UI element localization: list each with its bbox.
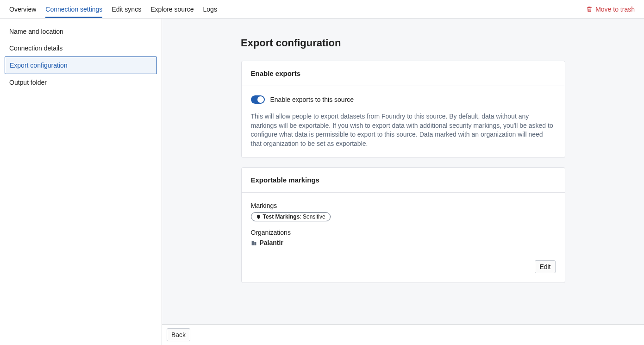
enable-exports-header: Enable exports <box>242 61 565 86</box>
marking-chip: Test Markings: Sensitive <box>251 212 331 221</box>
tab-overview[interactable]: Overview <box>9 0 36 18</box>
exportable-markings-card: Exportable markings Markings Test Markin… <box>241 167 565 283</box>
org-icon <box>251 240 257 246</box>
edit-markings-button[interactable]: Edit <box>535 260 555 273</box>
enable-exports-card: Enable exports Enable exports to this so… <box>241 61 565 158</box>
tab-explore-source[interactable]: Explore source <box>150 0 194 18</box>
main-panel: Export configuration Enable exports Enab… <box>162 19 644 345</box>
organizations-label: Organizations <box>251 229 556 236</box>
shield-icon <box>256 214 261 220</box>
tab-logs[interactable]: Logs <box>203 0 217 18</box>
top-nav: Overview Connection settings Edit syncs … <box>0 0 644 19</box>
sidebar-item-output-folder[interactable]: Output folder <box>5 74 157 91</box>
page-title: Export configuration <box>241 37 644 49</box>
enable-exports-toggle[interactable] <box>251 95 265 104</box>
tab-edit-syncs[interactable]: Edit syncs <box>112 0 141 18</box>
move-to-trash-button[interactable]: Move to trash <box>586 6 635 13</box>
org-name: Palantir <box>260 239 283 246</box>
markings-label: Markings <box>251 202 556 209</box>
top-tabs: Overview Connection settings Edit syncs … <box>9 0 217 18</box>
enable-exports-help-text: This will allow people to export dataset… <box>251 112 556 148</box>
marking-chip-prefix: Test Markings <box>263 213 300 220</box>
trash-icon <box>586 6 593 13</box>
move-to-trash-label: Move to trash <box>595 6 635 13</box>
sidebar-item-name-location[interactable]: Name and location <box>5 23 157 40</box>
tab-connection-settings[interactable]: Connection settings <box>45 0 102 18</box>
back-button[interactable]: Back <box>167 328 190 341</box>
sidebar-item-export-configuration[interactable]: Export configuration <box>5 56 157 74</box>
settings-sidebar: Name and location Connection details Exp… <box>0 19 162 345</box>
sidebar-item-connection-details[interactable]: Connection details <box>5 40 157 56</box>
footer-bar: Back <box>162 324 644 345</box>
enable-exports-toggle-label: Enable exports to this source <box>270 96 354 103</box>
marking-chip-suffix: : Sensitive <box>300 213 325 220</box>
exportable-markings-header: Exportable markings <box>242 168 565 193</box>
